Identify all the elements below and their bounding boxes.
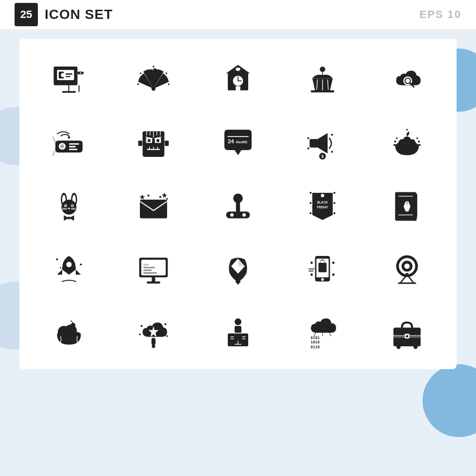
svg-line-192: [329, 333, 331, 336]
svg-point-40: [68, 136, 70, 139]
svg-rect-140: [143, 267, 155, 268]
svg-text:0101: 0101: [311, 336, 320, 340]
svg-point-154: [332, 273, 335, 276]
svg-point-197: [396, 345, 400, 349]
target-circle-icon: [390, 253, 424, 287]
svg-point-136: [60, 267, 61, 269]
icon-cell-web-plugin: [29, 53, 109, 107]
svg-point-84: [397, 142, 402, 148]
icon-cell-cupcake: [283, 53, 362, 107]
svg-point-70: [249, 134, 251, 136]
rabbit-icon: [52, 189, 86, 223]
binary-cloud-icon: 0101 1010 0110: [306, 316, 340, 350]
svg-point-98: [65, 205, 67, 206]
header-left: 25 ICON SET: [15, 3, 113, 26]
svg-point-109: [147, 195, 149, 197]
svg-point-99: [72, 205, 73, 206]
svg-rect-10: [62, 91, 76, 93]
svg-point-115: [230, 213, 234, 217]
svg-point-105: [68, 217, 70, 220]
cloud-search-icon: [390, 63, 424, 97]
svg-point-196: [406, 335, 408, 338]
rocket-icon: [52, 253, 86, 287]
svg-rect-73: [309, 139, 317, 148]
svg-text:</>: </>: [143, 263, 149, 266]
svg-point-90: [406, 129, 408, 131]
svg-point-121: [333, 192, 335, 194]
mobile-shopping-icon: [306, 253, 340, 287]
svg-rect-178: [235, 326, 241, 333]
icon-cell-cuckoo-clock: [198, 53, 278, 107]
black-friday-tag-icon: BLACK FRIDAY: [306, 189, 340, 223]
svg-point-14: [166, 72, 168, 74]
svg-point-135: [80, 263, 82, 265]
svg-point-7: [80, 72, 81, 74]
web-plugin-icon: [52, 63, 86, 97]
svg-point-79: [331, 151, 333, 153]
svg-text:1010: 1010: [311, 340, 320, 344]
24-hours-icon: 24 HouRS: [221, 126, 255, 160]
svg-point-173: [140, 325, 142, 327]
icon-cell-notebook-pen: [367, 180, 447, 233]
svg-point-29: [237, 94, 239, 97]
notebook-pen-icon: [390, 189, 424, 223]
icon-cell-black-friday-tag: BLACK FRIDAY: [283, 180, 362, 233]
svg-point-69: [225, 134, 227, 136]
icon-grid: 24 HouRS $: [29, 53, 447, 359]
svg-point-72: [249, 148, 251, 150]
svg-point-134: [56, 258, 58, 260]
icon-cell-rabbit: [29, 180, 109, 233]
eps-label: EPS 10: [419, 8, 461, 21]
svg-point-100: [68, 208, 70, 209]
svg-text:FRIDAY: FRIDAY: [317, 205, 329, 209]
svg-point-76: [307, 137, 309, 139]
icon-cell-joystick: [198, 180, 278, 233]
svg-point-177: [235, 319, 241, 325]
svg-point-87: [418, 140, 420, 142]
svg-text:BLACK: BLACK: [317, 201, 328, 204]
fruit-bowl-icon: [390, 126, 424, 160]
svg-rect-60: [148, 139, 151, 142]
svg-rect-142: [143, 272, 157, 274]
code-monitor-icon: </>: [136, 253, 170, 287]
svg-rect-164: [406, 273, 408, 276]
svg-line-104: [71, 209, 76, 210]
svg-point-176: [166, 335, 168, 337]
svg-point-123: [333, 202, 335, 204]
svg-point-86: [394, 140, 396, 142]
header: 25 ICON SET EPS 10: [0, 0, 476, 29]
svg-text:24: 24: [228, 138, 234, 144]
svg-point-13: [140, 72, 142, 74]
svg-point-198: [413, 345, 417, 349]
svg-rect-180: [236, 336, 240, 341]
podium-icon: [221, 316, 255, 350]
svg-point-175: [139, 334, 141, 336]
svg-point-3: [61, 73, 65, 77]
svg-point-117: [321, 194, 324, 197]
icon-cell-podium: [198, 306, 278, 359]
icon-cell-target-circle: [367, 243, 447, 296]
svg-point-30: [241, 94, 244, 97]
icon-cell-ice-cream-bowl: [29, 306, 109, 359]
ice-cream-bowl-icon: [52, 316, 86, 350]
svg-point-168: [71, 323, 76, 328]
svg-point-12: [153, 66, 154, 68]
megaphone-dollar-icon: $: [306, 126, 340, 160]
svg-rect-61: [156, 139, 159, 142]
svg-rect-141: [143, 270, 152, 271]
svg-point-174: [164, 323, 166, 325]
svg-marker-108: [162, 192, 167, 198]
svg-point-15: [137, 84, 139, 85]
svg-rect-22: [236, 86, 240, 90]
svg-point-150: [321, 278, 324, 281]
svg-point-28: [232, 94, 235, 97]
icon-cell-cloud-search: [367, 53, 447, 107]
icon-cell-megaphone-dollar: $: [283, 117, 362, 170]
svg-point-85: [412, 142, 417, 148]
svg-line-102: [62, 209, 67, 210]
svg-point-110: [159, 196, 161, 198]
svg-rect-149: [319, 263, 327, 272]
icon-cell-cloud-star: [114, 306, 193, 359]
svg-point-163: [404, 263, 409, 269]
icon-cell-code-monitor: </>: [114, 243, 193, 296]
